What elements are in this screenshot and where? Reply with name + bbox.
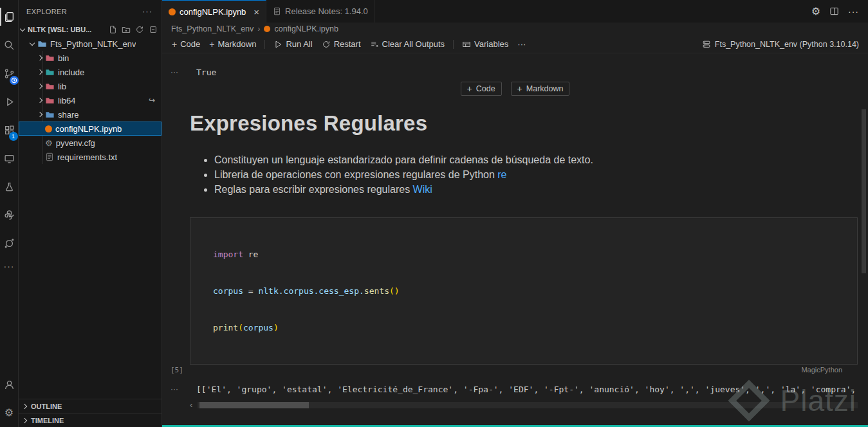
explorer-title: EXPLORER [26, 8, 67, 15]
restart-icon [322, 40, 331, 49]
remote-explorer-icon[interactable] [0, 144, 19, 172]
jupyter-icon[interactable] [0, 229, 19, 257]
folder-icon [45, 110, 55, 120]
source-control-icon[interactable] [0, 59, 19, 87]
cell-5-meta: [5] MagicPython [162, 365, 868, 375]
breadcrumb-separator: › [257, 24, 260, 33]
editor-vertical-scrollbar[interactable] [862, 109, 866, 273]
add-markdown-cell-button[interactable]: + Markdown [205, 37, 261, 51]
insert-markdown-button[interactable]: + Markdown [511, 82, 570, 96]
tree-item-bin[interactable]: bin [19, 51, 162, 65]
chevron-right-icon [37, 69, 42, 75]
timeline-panel-header[interactable]: TIMELINE [19, 413, 162, 427]
bullet-item: Reglas para escribir expresiones regular… [214, 182, 858, 197]
code-line: corpus = nltk.corpus.cess_esp.sents() [213, 285, 857, 297]
wiki-link[interactable]: Wiki [413, 184, 432, 195]
markdown-bullet-list: Constituyen un lenguaje estandarizado pa… [190, 152, 858, 197]
explorer-sidebar: EXPLORER ··· NLTK [WSL: UBU... Fts_Pytho… [19, 0, 162, 427]
page-icon [273, 7, 281, 15]
plus-icon: + [172, 40, 177, 49]
explorer-icon[interactable] [0, 3, 19, 31]
cell-toolbar-more-icon[interactable]: ··· [162, 68, 190, 77]
chevron-right-icon [22, 403, 27, 408]
toolbar-divider [453, 40, 454, 49]
run-icon [273, 40, 282, 49]
tree-item-lib64[interactable]: lib64 ↪ [19, 93, 162, 107]
new-file-icon[interactable] [108, 25, 117, 34]
tab-confignlpk[interactable]: configNLPK.ipynb × [162, 0, 266, 23]
collapse-all-icon[interactable] [149, 25, 158, 34]
outline-panel-header[interactable]: OUTLINE [19, 399, 162, 413]
search-icon[interactable] [0, 31, 19, 59]
variables-button[interactable]: Variables [457, 37, 513, 51]
plus-icon: + [209, 40, 214, 49]
insert-code-button[interactable]: + Code [461, 82, 502, 96]
cell-language-picker[interactable]: MagicPython [801, 366, 842, 374]
cell-toolbar-more-icon[interactable]: ··· [162, 385, 190, 394]
jupyter-file-icon [169, 8, 176, 15]
plus-icon: + [467, 84, 472, 93]
re-link[interactable]: re [497, 169, 506, 180]
folder-icon [45, 96, 55, 105]
tree-item-share[interactable]: share [19, 107, 162, 122]
output-text: True [190, 68, 858, 77]
platzi-watermark-text: Platzi [780, 383, 856, 418]
symlink-arrow-icon: ↪ [149, 96, 155, 105]
new-folder-icon[interactable] [122, 25, 131, 34]
plus-icon: + [517, 84, 522, 93]
chevron-right-icon [37, 55, 42, 60]
add-code-cell-button[interactable]: + Code [167, 37, 205, 51]
run-all-button[interactable]: Run All [269, 37, 317, 51]
editor-more-actions-icon[interactable]: ··· [848, 6, 859, 17]
chevron-right-icon [22, 417, 27, 422]
close-tab-icon[interactable]: × [254, 6, 259, 17]
folder-icon [45, 53, 55, 63]
tree-item-pyvenv[interactable]: ⚙ pyvenv.cfg [19, 136, 162, 150]
chevron-down-icon [30, 40, 35, 45]
config-gear-icon: ⚙ [45, 139, 53, 147]
testing-icon[interactable] [0, 172, 19, 201]
cell-output-true: ··· True [162, 66, 868, 78]
more-views-icon[interactable]: ··· [0, 257, 19, 275]
accounts-icon[interactable] [0, 370, 19, 399]
code-cell-5: import re corpus = nltk.corpus.cess_esp.… [162, 217, 868, 365]
editor-settings-gear-icon[interactable]: ⚙ [811, 6, 820, 17]
scrollbar-thumb[interactable] [199, 402, 309, 408]
workspace-section-header[interactable]: NLTK [WSL: UBU... [19, 23, 162, 37]
tree-item-confignlpk-selected[interactable]: configNLPK.ipynb [19, 122, 162, 136]
split-editor-icon[interactable] [829, 6, 839, 16]
markdown-cell[interactable]: Expresiones Regulares Constituyen un len… [162, 110, 868, 197]
tree-item-requirements[interactable]: requirements.txt [19, 150, 162, 164]
kernel-picker[interactable]: Fts_Python_NLTK_env (Python 3.10.14) [702, 40, 868, 49]
run-debug-icon[interactable] [0, 87, 19, 116]
refresh-icon[interactable] [135, 25, 144, 34]
settings-gear-icon[interactable]: ⚙ [0, 399, 19, 427]
breadcrumb[interactable]: Fts_Python_NLTK_env › configNLPK.ipynb [162, 23, 868, 35]
tree-item-include[interactable]: include [19, 65, 162, 79]
python-icon[interactable] [0, 201, 19, 229]
extensions-badge: 1 [9, 132, 18, 141]
explorer-more-icon[interactable]: ··· [142, 6, 152, 16]
folder-icon [45, 68, 55, 77]
scroll-left-arrow-icon[interactable]: ‹ [190, 401, 198, 408]
notebook-body: ··· True + Code + Markdown Expresiones R… [162, 53, 868, 427]
tab-release-notes[interactable]: Release Notes: 1.94.0 [266, 0, 375, 23]
insert-cell-buttons: + Code + Markdown [162, 82, 868, 96]
toolbar-more-icon[interactable]: ··· [513, 37, 530, 51]
platzi-logo-icon [728, 379, 770, 421]
code-editor[interactable]: import re corpus = nltk.corpus.cess_esp.… [190, 217, 858, 365]
tree-item-lib[interactable]: lib [19, 79, 162, 93]
code-line: print(corpus) [213, 322, 857, 334]
clear-outputs-icon [370, 40, 379, 49]
restart-button[interactable]: Restart [317, 37, 365, 51]
bullet-item: Libreria de operaciones con expresiones … [214, 167, 858, 182]
clear-all-outputs-button[interactable]: Clear All Outputs [365, 37, 450, 51]
text-file-icon [45, 152, 54, 161]
chevron-right-icon [37, 84, 42, 89]
tree-item-env-folder[interactable]: Fts_Python_NLTK_env [19, 37, 162, 51]
extensions-icon[interactable]: 1 [0, 116, 19, 144]
clock-badge-icon [10, 76, 19, 85]
editor-area: configNLPK.ipynb × Release Notes: 1.94.0… [162, 0, 868, 427]
chevron-right-icon [37, 112, 42, 117]
markdown-heading: Expresiones Regulares [190, 110, 858, 137]
